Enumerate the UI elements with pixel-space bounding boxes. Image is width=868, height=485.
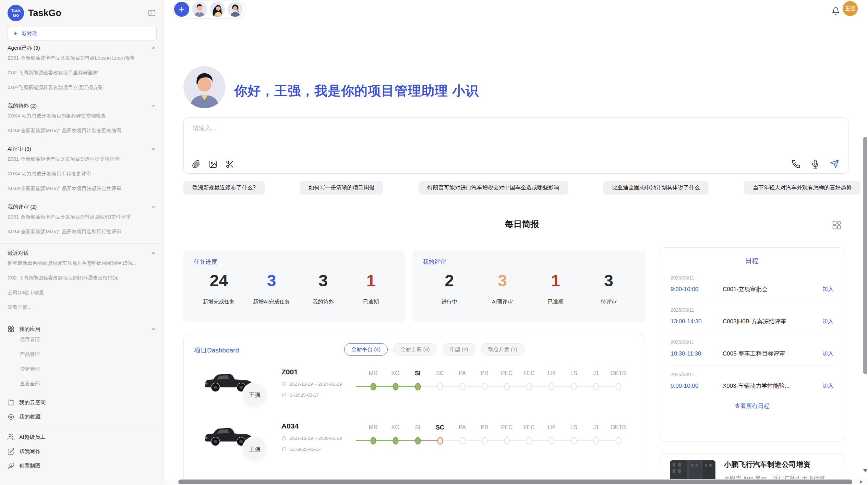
horizontal-scrollbar-thumb[interactable] bbox=[178, 480, 852, 484]
avatar[interactable] bbox=[228, 2, 243, 17]
project-row[interactable]: 王强 A034 2023-12-19 ~ 2026-01-19 SC-2025-… bbox=[184, 419, 645, 471]
milestone-dot bbox=[593, 383, 599, 390]
milestone-line bbox=[418, 386, 440, 387]
sidebar-item[interactable]: C02-飞腾新能源轻客改款项目立项汇报方案 bbox=[8, 84, 157, 91]
add-session-button[interactable] bbox=[174, 2, 189, 17]
filter-chip-new-top[interactable]: 全新上装 (3) bbox=[393, 343, 437, 356]
section-label: 我的评审 (2) bbox=[8, 203, 37, 211]
view-all-schedule-link[interactable]: 查看所有日程 bbox=[671, 402, 833, 410]
app-item-product-management[interactable]: 产品管理 bbox=[8, 351, 157, 358]
voice-call-button[interactable] bbox=[792, 160, 800, 169]
sidebar-collapse-button[interactable] bbox=[147, 8, 157, 18]
section-header-agent-done[interactable]: Agent已办 (3) bbox=[8, 41, 157, 55]
section-header-recent-chats[interactable]: 最近对话 bbox=[8, 246, 157, 260]
sidebar-item[interactable]: Z001-全新燃油皮卡产品开发项目SI节点Lesson Learn报告 bbox=[8, 55, 157, 62]
recent-chat-item[interactable]: 解释最新出台的欧盟报废车法规再生塑料比例被调至15%... bbox=[8, 260, 157, 267]
milestone-cell: MR bbox=[362, 424, 384, 448]
section-header-ai-review[interactable]: AI评审 (3) bbox=[8, 142, 157, 156]
sidebar-item-creative-drawing[interactable]: 创意制图 bbox=[8, 459, 157, 473]
schedule-event-name: C005-整车工程目标评审 bbox=[723, 350, 822, 358]
chat-input[interactable] bbox=[193, 124, 741, 153]
sidebar-item[interactable]: A034-全新新能源MUV产品开发项目计划变更表编写 bbox=[8, 127, 157, 134]
milestone-line bbox=[462, 440, 485, 441]
send-icon bbox=[830, 159, 839, 169]
milestone-line bbox=[529, 386, 552, 387]
briefing-layout-button[interactable] bbox=[831, 219, 843, 231]
milestone-line bbox=[507, 386, 529, 387]
milestone-cell-current: SI bbox=[407, 370, 429, 394]
filter-chip-powertrain[interactable]: 动总开发 (1) bbox=[481, 343, 525, 356]
suggestion-chip[interactable]: 当下年轻人对汽车外观有怎样的喜好趋势 bbox=[744, 181, 860, 195]
join-meeting-link[interactable]: 加入 bbox=[822, 350, 833, 357]
recent-chat-item[interactable]: 公司Q3轻卡销量 bbox=[8, 289, 157, 296]
milestone-dot bbox=[615, 383, 621, 390]
section-header-my-todo[interactable]: 我的待办 (2) bbox=[8, 99, 157, 113]
vertical-scrollbar-thumb[interactable] bbox=[863, 137, 867, 374]
sidebar: Task Go TaskGo 新对话 Agent已办 (3) Z001-全新燃油… bbox=[0, 0, 164, 485]
milestone-label: PEC bbox=[496, 370, 518, 376]
join-meeting-link[interactable]: 加入 bbox=[822, 286, 833, 293]
project-flag-milestone: SI-2025-05-17 bbox=[281, 393, 319, 398]
new-chat-button[interactable]: 新对话 bbox=[8, 27, 157, 40]
sidebar-item[interactable]: A034-全新新能源MUV产品开发项目造型可行性评审 bbox=[8, 228, 157, 235]
send-button[interactable] bbox=[830, 159, 839, 169]
screenshot-button[interactable] bbox=[226, 160, 234, 169]
suggestion-chip[interactable]: 比亚迪全固态电池计划具体说了什么 bbox=[603, 181, 709, 195]
sidebar-item[interactable]: Z001-全新燃油轻卡产品开发项目SI造型提交物评审 bbox=[8, 156, 157, 163]
users-icon bbox=[8, 434, 14, 440]
milestone-label: PA bbox=[451, 370, 473, 376]
milestone-line bbox=[574, 440, 596, 441]
join-meeting-link[interactable]: 加入 bbox=[822, 382, 833, 389]
avatar[interactable] bbox=[210, 2, 225, 17]
milestone-cell: KO bbox=[384, 424, 407, 448]
sidebar-item-my-favorites[interactable]: 我的收藏 bbox=[8, 410, 157, 424]
suggestion-chip[interactable]: 欧洲新规最近颁布了什么? bbox=[183, 181, 265, 195]
sidebar-item[interactable]: C02-飞腾新能源轻客改款项目里程碑画布 bbox=[8, 70, 157, 76]
project-row[interactable]: 王强 Z001 2023-12-19 ~ 2027-01-19 SI-2025-… bbox=[184, 364, 645, 416]
sidebar-item[interactable]: C0X4-动力总成开发项目SI里程碑提交物检查 bbox=[8, 113, 157, 120]
scroll-right-arrow-icon[interactable] bbox=[860, 480, 863, 484]
sidebar-item[interactable]: A034-全新新能源MUV产品开发项目法规符合性评审 bbox=[8, 185, 157, 192]
bell-icon bbox=[832, 7, 840, 15]
milestone-cell: FEC bbox=[518, 370, 540, 394]
notification-bell-button[interactable] bbox=[831, 6, 841, 16]
schedule-date: 2025/03/11 bbox=[671, 372, 833, 377]
sidebar-item[interactable]: Z001-全新燃油轻卡产品开发项目SI节点属性5D文件评审 bbox=[8, 214, 157, 221]
suggestion-chip[interactable]: 如何写一份清晰的项目周报 bbox=[300, 181, 383, 195]
milestone-line bbox=[507, 440, 529, 441]
user-avatar[interactable]: 王强 bbox=[843, 1, 858, 16]
sidebar-item-my-apps[interactable]: 我的应用 bbox=[8, 322, 157, 336]
sidebar-item-my-cloud[interactable]: 我的云空间 bbox=[8, 395, 157, 410]
milestone-line bbox=[529, 440, 552, 441]
sidebar-item-ai-super-staff[interactable]: AI超级员工 bbox=[8, 430, 157, 444]
join-meeting-link[interactable]: 加入 bbox=[822, 318, 833, 325]
greeting-title: 你好，王强，我是你的项目管理助理 小识 bbox=[234, 82, 479, 100]
section-header-my-review[interactable]: 我的评审 (2) bbox=[8, 200, 157, 214]
recent-chats-view-all[interactable]: 查看全部... bbox=[8, 304, 157, 311]
avatar[interactable] bbox=[192, 2, 207, 17]
recent-chat-item[interactable]: C02-飞腾新能源轻客改款项目的闭环通告反馈情况 bbox=[8, 275, 157, 282]
milestone-line bbox=[373, 440, 396, 441]
app-item-project-management[interactable]: 项目管理 bbox=[8, 336, 157, 343]
attach-file-button[interactable] bbox=[192, 160, 201, 169]
app-item-change-management[interactable]: 变更管理 bbox=[8, 366, 157, 373]
microphone-button[interactable] bbox=[811, 160, 820, 169]
attach-image-button[interactable] bbox=[209, 160, 217, 169]
schedule-item: 2025/03/11 13:00-14:30 C003|H0B-方案冻结评审 加… bbox=[671, 301, 833, 333]
stat-value: 1 bbox=[541, 271, 570, 290]
suggestion-chip[interactable]: 特朗普可能对进口汽车增税会对中国车企造成哪些影响 bbox=[419, 181, 568, 195]
milestone-dot bbox=[370, 383, 376, 390]
milestone-track: MR KO SI SC PA PR PEC FEC LR LS J1 OKTB bbox=[362, 370, 629, 394]
scroll-down-arrow-icon[interactable] bbox=[863, 469, 867, 472]
sidebar-item[interactable]: C0X4-动力总成开发项目工程变更评审 bbox=[8, 171, 157, 177]
milestone-label: FEC bbox=[518, 424, 540, 431]
ai-super-staff-label: AI超级员工 bbox=[19, 434, 157, 441]
sidebar-item-help-me-write[interactable]: 帮我写作 bbox=[8, 444, 157, 459]
session-avatars-pill bbox=[173, 1, 245, 18]
schedule-item: 2025/03/11 9:00-10:00 X003-车辆动力学性能验... 加… bbox=[671, 365, 833, 397]
filter-chip-model-year[interactable]: 年型 (2) bbox=[443, 343, 475, 356]
filter-chip-new-platform[interactable]: 全新平台 (4) bbox=[344, 343, 388, 356]
milestone-dot bbox=[393, 437, 398, 445]
milestone-dot bbox=[615, 437, 621, 445]
apps-view-all[interactable]: 查看全部... bbox=[8, 381, 157, 387]
